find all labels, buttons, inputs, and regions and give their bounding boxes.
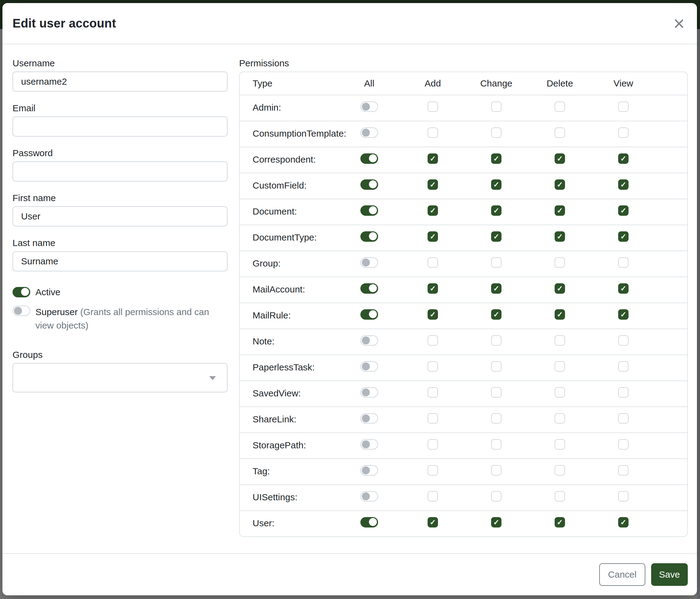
perm-type-documenttype: DocumentType: <box>240 225 338 243</box>
perm-checkbox-document-add[interactable]: ✓ <box>428 206 438 216</box>
perm-checkbox-admin-change[interactable] <box>491 101 501 112</box>
perm-checkbox-uisettings-view[interactable] <box>618 491 628 502</box>
perm-checkbox-user-add[interactable]: ✓ <box>428 517 438 527</box>
email-label: Email <box>12 103 228 114</box>
perm-checkbox-customfield-change[interactable]: ✓ <box>491 179 501 190</box>
perm-checkbox-group-delete[interactable] <box>555 257 565 268</box>
perm-checkbox-mailrule-delete[interactable]: ✓ <box>555 309 565 320</box>
perm-checkbox-storagepath-delete[interactable] <box>555 439 565 450</box>
perm-checkbox-storagepath-change[interactable] <box>491 439 501 450</box>
perm-checkbox-mailaccount-delete[interactable]: ✓ <box>555 283 565 294</box>
perm-toggle-note-all[interactable] <box>360 335 378 346</box>
perm-checkbox-tag-delete[interactable] <box>555 465 565 476</box>
perm-checkbox-admin-view[interactable] <box>618 101 628 112</box>
perm-toggle-savedview-all[interactable] <box>360 387 378 398</box>
perm-checkbox-savedview-add[interactable] <box>428 387 438 398</box>
active-toggle[interactable] <box>12 287 30 297</box>
close-icon[interactable]: × <box>672 14 686 33</box>
perm-toggle-documenttype-all[interactable] <box>360 231 378 242</box>
perm-checkbox-note-view[interactable] <box>618 335 628 346</box>
first-name-field[interactable] <box>12 206 227 226</box>
perm-toggle-tag-all[interactable] <box>360 465 378 476</box>
perm-checkbox-savedview-delete[interactable] <box>555 387 565 398</box>
perm-checkbox-paperlesstask-change[interactable] <box>491 361 501 372</box>
password-field[interactable] <box>12 161 227 182</box>
perm-checkbox-tag-change[interactable] <box>491 465 501 476</box>
perm-checkbox-storagepath-view[interactable] <box>618 439 628 450</box>
perm-checkbox-sharelink-change[interactable] <box>491 413 501 424</box>
perm-checkbox-consumptiontemplate-change[interactable] <box>491 127 501 138</box>
perm-checkbox-correspondent-view[interactable]: ✓ <box>618 153 628 164</box>
perm-checkbox-mailrule-view[interactable]: ✓ <box>618 309 628 320</box>
perm-checkbox-storagepath-add[interactable] <box>428 439 438 450</box>
perm-toggle-correspondent-all[interactable] <box>360 153 378 164</box>
perm-checkbox-tag-add[interactable] <box>428 465 438 476</box>
perm-checkbox-documenttype-view[interactable]: ✓ <box>618 231 628 242</box>
perm-checkbox-correspondent-change[interactable]: ✓ <box>491 153 501 164</box>
perm-checkbox-document-change[interactable]: ✓ <box>491 206 501 216</box>
perm-toggle-uisettings-all[interactable] <box>360 491 378 502</box>
chevron-down-icon <box>209 376 216 380</box>
perm-checkbox-paperlesstask-view[interactable] <box>618 361 628 372</box>
perm-toggle-document-all[interactable] <box>360 206 378 216</box>
perm-checkbox-note-delete[interactable] <box>555 335 565 346</box>
perm-checkbox-consumptiontemplate-view[interactable] <box>618 127 628 138</box>
perm-checkbox-mailrule-change[interactable]: ✓ <box>491 309 501 320</box>
perm-checkbox-correspondent-add[interactable]: ✓ <box>428 153 438 164</box>
perm-checkbox-user-change[interactable]: ✓ <box>491 517 501 527</box>
perm-checkbox-sharelink-delete[interactable] <box>555 413 565 424</box>
perm-checkbox-sharelink-view[interactable] <box>618 413 628 424</box>
email-field[interactable] <box>12 116 227 137</box>
perm-checkbox-savedview-change[interactable] <box>491 387 501 398</box>
perm-checkbox-customfield-view[interactable]: ✓ <box>618 179 628 190</box>
perm-toggle-storagepath-all[interactable] <box>360 439 378 450</box>
perm-checkbox-correspondent-delete[interactable]: ✓ <box>555 153 565 164</box>
perm-checkbox-documenttype-change[interactable]: ✓ <box>491 231 501 242</box>
perm-checkbox-group-add[interactable] <box>428 257 438 268</box>
perm-toggle-mailrule-all[interactable] <box>360 309 378 320</box>
perm-checkbox-consumptiontemplate-delete[interactable] <box>555 127 565 138</box>
perm-checkbox-mailaccount-change[interactable]: ✓ <box>491 283 501 294</box>
perm-checkbox-note-change[interactable] <box>491 335 501 346</box>
perm-checkbox-customfield-add[interactable]: ✓ <box>428 179 438 190</box>
cancel-button[interactable]: Cancel <box>599 563 645 586</box>
perm-checkbox-mailaccount-add[interactable]: ✓ <box>428 283 438 294</box>
perm-checkbox-uisettings-change[interactable] <box>491 491 501 502</box>
perm-toggle-mailaccount-all[interactable] <box>360 283 378 294</box>
perm-checkbox-uisettings-add[interactable] <box>428 491 438 502</box>
perm-checkbox-mailaccount-view[interactable]: ✓ <box>618 283 628 294</box>
username-input[interactable] <box>12 72 227 92</box>
perm-checkbox-admin-add[interactable] <box>428 101 438 112</box>
perm-checkbox-tag-view[interactable] <box>618 465 628 476</box>
perm-toggle-admin-all[interactable] <box>360 101 378 112</box>
perm-checkbox-documenttype-add[interactable]: ✓ <box>428 231 438 242</box>
last-name-field[interactable] <box>12 251 227 271</box>
perm-checkbox-document-view[interactable]: ✓ <box>618 206 628 216</box>
perm-toggle-sharelink-all[interactable] <box>360 413 378 424</box>
perm-checkbox-savedview-view[interactable] <box>618 387 628 398</box>
perm-toggle-paperlesstask-all[interactable] <box>360 361 378 372</box>
perm-checkbox-documenttype-delete[interactable]: ✓ <box>555 231 565 242</box>
groups-select[interactable] <box>12 363 227 392</box>
modal-title: Edit user account <box>12 17 116 30</box>
perm-checkbox-user-delete[interactable]: ✓ <box>555 517 565 527</box>
perm-checkbox-consumptiontemplate-add[interactable] <box>428 127 438 138</box>
perm-checkbox-sharelink-add[interactable] <box>428 413 438 424</box>
save-button[interactable]: Save <box>651 563 688 586</box>
perm-toggle-customfield-all[interactable] <box>360 179 378 190</box>
perm-checkbox-uisettings-delete[interactable] <box>555 491 565 502</box>
perm-checkbox-document-delete[interactable]: ✓ <box>555 206 565 216</box>
perm-checkbox-paperlesstask-delete[interactable] <box>555 361 565 372</box>
perm-checkbox-user-view[interactable]: ✓ <box>618 517 628 527</box>
perm-toggle-user-all[interactable] <box>360 517 378 527</box>
perm-checkbox-note-add[interactable] <box>428 335 438 346</box>
perm-toggle-consumptiontemplate-all[interactable] <box>360 127 378 138</box>
perm-checkbox-paperlesstask-add[interactable] <box>428 361 438 372</box>
perm-checkbox-mailrule-add[interactable]: ✓ <box>428 309 438 320</box>
perm-toggle-group-all[interactable] <box>360 257 378 268</box>
perm-checkbox-group-change[interactable] <box>491 257 501 268</box>
perm-checkbox-group-view[interactable] <box>618 257 628 268</box>
perm-checkbox-admin-delete[interactable] <box>555 101 565 112</box>
superuser-toggle[interactable] <box>12 306 30 316</box>
perm-checkbox-customfield-delete[interactable]: ✓ <box>555 179 565 190</box>
